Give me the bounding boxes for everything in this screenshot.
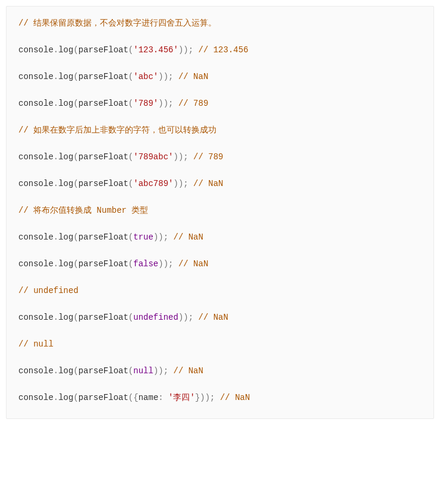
code-token: )); <box>173 152 188 162</box>
code-token: true <box>133 232 153 242</box>
code-token: ({ <box>128 393 139 402</box>
code-token: // NaN <box>174 366 203 376</box>
code-token: ( <box>73 232 78 242</box>
code-block: // 结果保留原数据，不会对数字进行四舍五入运算。console.log(par… <box>6 6 434 419</box>
code-token: // undefined <box>18 286 78 295</box>
code-token: . <box>54 259 58 269</box>
code-token: log <box>58 313 73 322</box>
code-token: parseFloat <box>78 313 128 322</box>
code-token: '123.456' <box>133 45 178 55</box>
code-token: name <box>139 393 159 402</box>
code-token: // 结果保留原数据，不会对数字进行四舍五入运算。 <box>18 18 216 28</box>
code-token: parseFloat <box>78 152 128 162</box>
code-line: console.log(parseFloat(null)); // NaN <box>18 365 422 377</box>
code-token: undefined <box>133 313 178 322</box>
code-token: // NaN <box>199 313 228 322</box>
code-token: // NaN <box>178 72 208 81</box>
code-token: ( <box>128 179 133 188</box>
code-token: )); <box>178 313 193 322</box>
code-token: parseFloat <box>78 45 128 55</box>
code-token: . <box>54 179 58 188</box>
code-line: // 如果在数字后加上非数字的字符，也可以转换成功 <box>18 124 422 137</box>
code-token: : <box>158 393 168 402</box>
code-token: parseFloat <box>78 179 128 188</box>
code-token: // 123.456 <box>199 45 249 55</box>
code-token: '789abc' <box>133 152 173 162</box>
code-token: parseFloat <box>78 366 128 376</box>
code-token: console <box>18 393 54 402</box>
code-token: '李四' <box>168 393 195 402</box>
code-token: null <box>133 366 153 376</box>
code-token: parseFloat <box>78 393 128 402</box>
code-token <box>193 45 198 55</box>
code-token: )); <box>153 232 168 242</box>
code-token <box>174 99 178 108</box>
code-token: 'abc789' <box>133 179 173 188</box>
code-token <box>174 72 178 81</box>
code-token: console <box>18 45 54 55</box>
code-token: log <box>58 393 73 402</box>
code-token: console <box>18 99 54 108</box>
code-token: log <box>58 45 73 55</box>
code-token: console <box>18 366 54 376</box>
code-token: log <box>58 179 73 188</box>
code-token: ( <box>128 99 133 108</box>
code-token: // null <box>18 339 54 349</box>
code-token: ( <box>128 45 133 55</box>
code-token: 'abc' <box>133 72 158 81</box>
code-line: // null <box>18 338 422 351</box>
code-token: ( <box>73 259 78 269</box>
code-token: console <box>18 259 54 269</box>
code-token <box>168 232 173 242</box>
code-token: )); <box>158 259 173 269</box>
code-token: ( <box>128 152 133 162</box>
code-line: console.log(parseFloat({name: '李四'})); /… <box>18 392 422 404</box>
code-token: // NaN <box>178 259 208 269</box>
code-line: // 将布尔值转换成 Number 类型 <box>18 204 422 217</box>
code-line: console.log(parseFloat('abc789')); // Na… <box>18 178 422 190</box>
code-token: . <box>54 313 58 322</box>
code-token: . <box>54 99 58 108</box>
code-token: ( <box>128 72 133 81</box>
code-token: ( <box>128 313 133 322</box>
code-token: ( <box>73 313 78 322</box>
code-token: console <box>18 179 54 188</box>
code-token: ( <box>73 72 78 81</box>
code-token: '789' <box>133 99 158 108</box>
code-token: ( <box>73 393 78 402</box>
code-token: . <box>54 152 58 162</box>
code-token: // 789 <box>178 99 208 108</box>
code-token: log <box>58 232 73 242</box>
code-token: console <box>18 232 54 242</box>
code-token <box>188 179 193 188</box>
code-line: console.log(parseFloat(undefined)); // N… <box>18 311 422 324</box>
code-token: ( <box>73 99 78 108</box>
code-token: . <box>54 72 58 81</box>
code-token: )); <box>158 99 173 108</box>
code-line: console.log(parseFloat('abc')); // NaN <box>18 71 422 83</box>
code-token: parseFloat <box>78 259 128 269</box>
code-token: . <box>54 232 58 242</box>
code-token: . <box>54 45 58 55</box>
code-token: log <box>58 99 73 108</box>
code-token: false <box>133 259 158 269</box>
code-token <box>168 366 173 376</box>
code-token <box>188 152 193 162</box>
code-token: // NaN <box>193 179 223 188</box>
code-line: console.log(parseFloat(true)); // NaN <box>18 231 422 244</box>
code-token <box>193 313 198 322</box>
code-token: log <box>58 72 73 81</box>
code-token: . <box>54 366 58 376</box>
code-token: ( <box>73 366 78 376</box>
code-token: console <box>18 313 54 322</box>
code-token <box>174 259 178 269</box>
code-token: ( <box>128 232 133 242</box>
code-token: )); <box>153 366 168 376</box>
code-token: ( <box>73 179 78 188</box>
code-token: log <box>58 152 73 162</box>
code-token: log <box>58 259 73 269</box>
code-line: console.log(parseFloat('789abc')); // 78… <box>18 151 422 163</box>
code-token: )); <box>158 72 173 81</box>
code-token: log <box>58 366 73 376</box>
code-token: // 789 <box>193 152 223 162</box>
